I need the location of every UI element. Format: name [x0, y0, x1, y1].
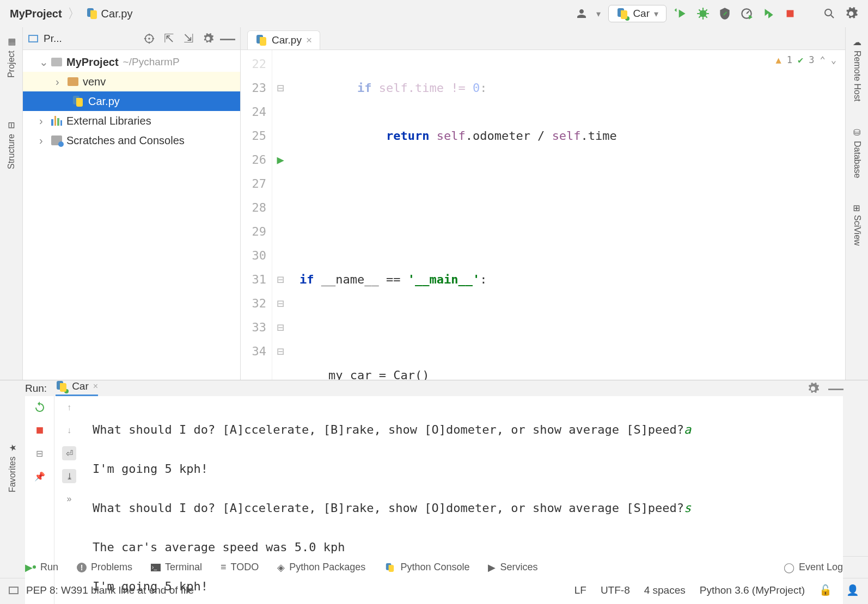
code-content[interactable]: if self.time != 0: return self.odometer … — [289, 50, 747, 380]
python-icon — [386, 563, 395, 572]
navigation-bar: MyProject 〉 Car.py ▾ Car ▾ — [0, 0, 868, 27]
project-tool-tab[interactable]: Project ▦ — [4, 33, 19, 82]
line-separator[interactable]: LF — [574, 584, 586, 596]
chevron-up-icon[interactable]: ⌃ — [820, 54, 826, 65]
tree-label: MyProject — [66, 56, 119, 69]
packages-tool-button[interactable]: ◈ Python Packages — [277, 562, 365, 574]
tree-path: ~/PycharmP — [123, 56, 180, 68]
sciview-icon: ⊞ — [852, 205, 862, 212]
up-icon[interactable]: ↑ — [62, 400, 76, 415]
chevron-right-icon: › — [39, 115, 47, 127]
concurrency-button[interactable] — [761, 7, 775, 21]
project-tree: ⌄ MyProject ~/PycharmP › venv Car.py › E… — [23, 50, 240, 152]
eventlog-tool-button[interactable]: ◯ Event Log — [784, 562, 843, 574]
project-panel: Pr... ⇱ ⇲ — ⌄ MyProject ~/PycharmP › ven… — [23, 27, 241, 380]
gear-icon[interactable] — [844, 7, 858, 21]
locate-icon[interactable] — [142, 32, 156, 46]
run-button[interactable] — [674, 7, 688, 21]
editor-body[interactable]: 22 232425 262728 293031 323334 ⊟ ▶ ⊟⊟⊟⊟ … — [241, 50, 845, 380]
layout-icon[interactable]: ⊟ — [33, 446, 47, 460]
rerun-button[interactable] — [33, 400, 47, 415]
soft-wrap-icon[interactable]: ⏎ — [62, 446, 76, 460]
fold-gutter: ⊟ ▶ ⊟⊟⊟⊟ — [272, 50, 289, 380]
services-tool-button[interactable]: ▶ Services — [488, 562, 537, 574]
editor-tab-car[interactable]: Car.py × — [247, 30, 320, 50]
right-tool-rail: ☁ Remote Host ⛁ Database ⊞ SciView — [845, 27, 868, 380]
favorites-tab[interactable]: Favorites ★ — [5, 439, 20, 497]
structure-icon: ⊟ — [6, 122, 16, 129]
coverage-button[interactable] — [718, 7, 732, 21]
inspection-widget[interactable]: ▲ 1 ✔ 3 ⌃ ⌄ — [776, 54, 837, 65]
services-icon: ▶ — [488, 562, 496, 574]
database-tab[interactable]: ⛁ Database — [849, 123, 864, 183]
stop-button[interactable] — [783, 7, 797, 21]
folder-icon — [51, 58, 62, 66]
indent[interactable]: 4 spaces — [644, 584, 686, 596]
run-config-name: Car — [633, 8, 650, 20]
tree-scratches[interactable]: › Scratches and Consoles — [23, 131, 240, 150]
chevron-right-icon: › — [56, 76, 63, 88]
problems-tool-button[interactable]: ! Problems — [77, 562, 132, 573]
project-panel-header: Pr... ⇱ ⇲ — — [23, 27, 240, 50]
tree-venv[interactable]: › venv — [23, 72, 240, 91]
hide-icon[interactable]: — — [829, 381, 843, 396]
chevron-down-icon[interactable]: ⌄ — [831, 54, 836, 65]
scroll-end-icon[interactable]: ⤓ — [62, 469, 76, 483]
problems-icon: ! — [77, 563, 87, 572]
close-icon[interactable]: × — [306, 34, 312, 46]
eventlog-icon: ◯ — [784, 562, 794, 574]
close-icon[interactable]: × — [93, 381, 98, 391]
python-file-icon — [255, 34, 267, 46]
run-tab[interactable]: Car × — [56, 380, 98, 396]
structure-tool-tab[interactable]: Structure ⊟ — [4, 116, 19, 174]
breadcrumb-file[interactable]: Car.py — [101, 8, 133, 20]
lock-icon[interactable]: 🔓 — [819, 584, 832, 596]
editor-tab-label: Car.py — [272, 34, 302, 46]
tree-label: venv — [83, 76, 106, 88]
debug-button[interactable] — [696, 7, 710, 21]
breadcrumb-project[interactable]: MyProject — [10, 8, 62, 20]
folder-icon: ▦ — [6, 38, 16, 46]
stop-button[interactable] — [33, 423, 47, 437]
project-panel-title[interactable]: Pr... — [44, 33, 137, 45]
project-view-icon — [28, 35, 38, 42]
library-icon — [51, 116, 62, 126]
todo-tool-button[interactable]: ≡ TODO — [221, 562, 259, 573]
chevron-down-icon[interactable]: ▾ — [596, 9, 601, 19]
down-icon[interactable]: ↓ — [62, 423, 76, 437]
search-icon[interactable] — [822, 7, 836, 21]
console-tool-button[interactable]: Python Console — [384, 562, 469, 574]
pin-icon[interactable]: 📌 — [33, 469, 47, 483]
gear-icon[interactable] — [201, 32, 215, 46]
chevron-down-icon: ▾ — [654, 9, 658, 19]
tool-windows-icon[interactable] — [9, 587, 19, 594]
profile-button[interactable] — [739, 7, 754, 21]
sciview-tab[interactable]: ⊞ SciView — [849, 200, 864, 250]
tree-project-root[interactable]: ⌄ MyProject ~/PycharmP — [23, 52, 240, 72]
star-icon: ★ — [8, 445, 18, 452]
inspection-icon[interactable]: 👤 — [846, 584, 859, 596]
status-message: PEP 8: W391 blank line at end of file — [26, 584, 194, 596]
chevron-right-icon: › — [39, 134, 47, 147]
tree-file-car[interactable]: Car.py — [23, 91, 240, 111]
python-icon — [56, 380, 68, 392]
encoding[interactable]: UTF-8 — [601, 584, 630, 596]
run-header: Run: Car × — — [0, 380, 868, 396]
user-icon[interactable] — [574, 7, 589, 21]
interpreter[interactable]: Python 3.6 (MyProject) — [700, 584, 805, 596]
tree-label: External Libraries — [66, 115, 151, 127]
expand-all-icon[interactable]: ⇱ — [162, 32, 176, 46]
scratches-icon — [51, 135, 62, 145]
terminal-tool-button[interactable]: ›_ Terminal — [151, 562, 202, 573]
hide-icon[interactable]: — — [221, 32, 235, 46]
warning-icon: ▲ — [776, 54, 781, 65]
collapse-all-icon[interactable]: ⇲ — [181, 32, 195, 46]
more-icon[interactable]: » — [62, 492, 76, 506]
run-tool-button[interactable]: ▶ Run — [25, 562, 58, 574]
editor: Car.py × 22 232425 262728 293031 323334 … — [241, 27, 845, 380]
run-configuration-selector[interactable]: Car ▾ — [608, 5, 667, 22]
line-gutter: 22 232425 262728 293031 323334 — [241, 50, 272, 380]
remote-host-tab[interactable]: ☁ Remote Host — [849, 33, 864, 106]
gear-icon[interactable] — [806, 381, 820, 396]
tree-external-libraries[interactable]: › External Libraries — [23, 111, 240, 131]
